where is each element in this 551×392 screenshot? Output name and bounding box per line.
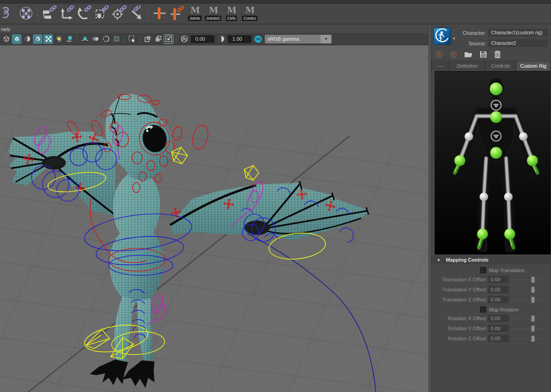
skeleton-tool-icon[interactable]: [0, 5, 17, 22]
mirror-joints-label: Joints: [188, 16, 202, 21]
offset-field[interactable]: 0.00: [488, 315, 509, 322]
color-management-on-icon[interactable]: ON: [254, 35, 262, 43]
isolate-select-icon[interactable]: [127, 34, 137, 44]
open-folder-icon[interactable]: [464, 50, 473, 59]
maya-window: M Joints M JointsG M Ctrls M Contro nels: [0, 0, 551, 392]
controls-rig-button[interactable]: M Ctrls: [222, 5, 241, 24]
retarget-loop-icon[interactable]: [449, 50, 458, 59]
wireframe-on-shaded-icon[interactable]: [43, 34, 53, 44]
slider-handle[interactable]: [531, 287, 535, 293]
isolate-view-selected-icon[interactable]: [143, 34, 152, 44]
slider-handle[interactable]: [531, 316, 535, 322]
mirror-joints-button[interactable]: M Joints: [186, 5, 204, 24]
character-dropdown[interactable]: Character1(custom rig): [488, 29, 548, 37]
map-translation-label: Map Translation: [489, 267, 524, 274]
map-rotation-label: Map Rotation: [489, 306, 519, 313]
viewport-iconbar: 0.00 1.00 ON sRGB gamma ▼: [0, 33, 428, 45]
slider-handle[interactable]: [531, 326, 535, 332]
offset-label: Rotation Y Offset: [431, 325, 486, 333]
default-lighting-icon[interactable]: [54, 34, 64, 44]
connect-joint-icon[interactable]: [168, 5, 186, 22]
aim-constraint-icon[interactable]: [110, 5, 128, 22]
iconbar-separator: [139, 35, 140, 43]
contrast-icon[interactable]: [216, 34, 226, 44]
right-elbow-joint: [519, 132, 528, 141]
offset-field[interactable]: 0.00: [488, 335, 509, 342]
collapse-triangle-icon: ▼: [437, 258, 441, 263]
map-translation-row: Map Translation: [431, 267, 551, 274]
offset-label: Rotation X Offset: [431, 315, 486, 322]
point-constraint-icon[interactable]: [58, 5, 75, 22]
region-zoom-icon[interactable]: [164, 34, 173, 44]
slider-handle[interactable]: [531, 297, 535, 303]
isolate-add-selected-icon[interactable]: [153, 34, 163, 44]
exposure-icon[interactable]: [179, 34, 189, 44]
controllers-button[interactable]: M Contro: [241, 5, 259, 24]
tab-definition[interactable]: Definition: [450, 61, 485, 70]
left-hand-joint: [455, 155, 465, 166]
offset-field[interactable]: 0.00: [488, 296, 509, 303]
tab-custom-rig[interactable]: Custom Rig: [517, 61, 550, 70]
insert-joint-icon[interactable]: [151, 5, 168, 22]
scale-constraint-icon[interactable]: [93, 5, 110, 22]
joints-group-label: JointsG: [205, 16, 222, 21]
maya-m-logo: M: [190, 5, 199, 16]
ambient-occlusion-icon[interactable]: [80, 34, 90, 44]
character-map-view[interactable]: [434, 71, 551, 255]
chest-joint: [490, 111, 502, 123]
view-transform-dropdown[interactable]: sRGB gamma ▼: [265, 35, 332, 43]
save-icon[interactable]: [479, 50, 487, 59]
slider-handle[interactable]: [531, 336, 535, 342]
slider-track: [511, 338, 547, 339]
source-dropdown[interactable]: Character2: [488, 39, 548, 47]
main-area: nels: [0, 24, 551, 392]
right-ankle-joint: [504, 229, 515, 240]
offset-field[interactable]: 0.00: [488, 276, 509, 283]
tab-blank[interactable]: ---: [432, 61, 449, 70]
tab-controls[interactable]: Controls: [486, 61, 516, 70]
viewport-canvas[interactable]: [0, 46, 428, 392]
offset-field[interactable]: 0.00: [488, 286, 509, 293]
iconbar-separator: [176, 35, 177, 43]
hips-joint: [490, 147, 502, 159]
rigging-toolbar: M Joints M JointsG M Ctrls M Contro: [0, 4, 551, 24]
pole-vector-icon[interactable]: [128, 5, 145, 22]
offset-label: Translation Y Offset: [431, 286, 486, 294]
textured-sphere-icon[interactable]: [22, 34, 32, 44]
start-keying-icon[interactable]: [435, 50, 443, 59]
map-rotation-row: Map Rotation: [431, 306, 551, 313]
node-graph-icon[interactable]: [17, 5, 35, 22]
left-knee-joint: [480, 193, 488, 201]
gamma-field[interactable]: 1.00: [228, 35, 251, 43]
viewport-panel[interactable]: nels: [0, 26, 428, 392]
character-row: Character: Character1(custom rig): [431, 29, 551, 37]
view-transform-value: sRGB gamma: [265, 35, 321, 43]
map-rotation-checkbox[interactable]: [480, 306, 486, 312]
offset-field[interactable]: 0.00: [488, 325, 509, 332]
root-control-curve[interactable]: [215, 219, 376, 392]
parent-constraint-icon[interactable]: [41, 5, 58, 22]
multisample-icon[interactable]: [112, 34, 121, 44]
left-elbow-joint: [465, 132, 473, 141]
orient-constraint-icon[interactable]: [75, 5, 93, 22]
joints-group-button[interactable]: M JointsG: [204, 5, 222, 24]
slider-track: [511, 300, 547, 300]
wireframe-cube-icon[interactable]: [1, 34, 11, 44]
anti-aliasing-icon[interactable]: [101, 34, 111, 44]
shaded-mode-icon[interactable]: [12, 34, 21, 44]
delete-trash-icon[interactable]: [494, 50, 501, 59]
maya-m-logo: M: [245, 5, 254, 16]
textured-cube-icon[interactable]: [33, 34, 43, 44]
right-foot: [123, 360, 155, 388]
motion-blur-icon[interactable]: [91, 34, 100, 44]
menu-bar-strip: [0, 0, 551, 4]
panels-menu[interactable]: nels: [1, 27, 10, 32]
slider-handle[interactable]: [531, 277, 535, 283]
mapping-controls-header[interactable]: ▼ Mapping Controls: [431, 256, 551, 264]
offset-row: Rotation Y Offset 0.00: [431, 325, 551, 333]
slider-track: [511, 279, 547, 280]
shadows-icon[interactable]: [64, 34, 74, 44]
map-translation-checkbox[interactable]: [480, 267, 486, 273]
hik-tabbar: --- Definition Controls Custom Rig: [431, 61, 551, 70]
exposure-field[interactable]: 0.00: [191, 35, 214, 43]
